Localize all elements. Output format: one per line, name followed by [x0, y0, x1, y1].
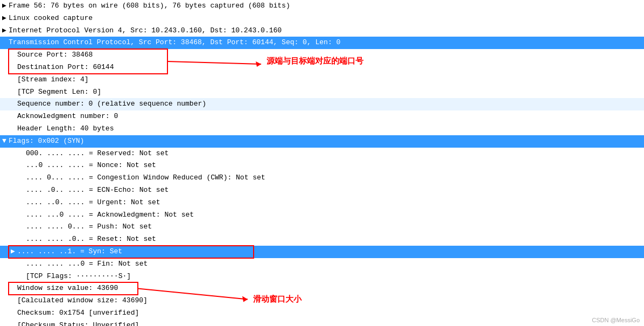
row-text-24: [Calculated window size: 43690]	[17, 296, 148, 304]
tree-row-20[interactable]: ▶ .... .... ..1. = Syn: Set	[0, 246, 644, 258]
expander-2[interactable]: ▶	[2, 25, 9, 37]
tree-row-22: [TCP Flags: ··········S·]	[0, 270, 644, 283]
tree-row-18: .... .... 0... = Push: Not set	[0, 221, 644, 233]
row-text-21: .... .... ...0 = Fin: Not set	[26, 260, 148, 268]
tree-row-6: [Stream index: 4]	[0, 74, 644, 86]
row-text-2: Internet Protocol Version 4, Src: 10.243…	[9, 26, 282, 34]
tree-row-21: .... .... ...0 = Fin: Not set	[0, 258, 644, 270]
tree-row-24: [Calculated window size: 43690]	[0, 295, 644, 307]
expander-0[interactable]: ▶	[2, 1, 9, 12]
row-text-25: Checksum: 0x1754 [unverified]	[17, 309, 139, 317]
tree-row-19: .... .... .0.. = Reset: Not set	[0, 233, 644, 246]
tree-row-9: Acknowledgment number: 0	[0, 110, 644, 123]
row-text-1: Linux cooked capture	[9, 14, 93, 22]
tree-row-16: .... ..0. .... = Urgent: Not set	[0, 197, 644, 209]
tree-row-1[interactable]: ▶ Linux cooked capture	[0, 12, 644, 25]
row-text-16: .... ..0. .... = Urgent: Not set	[26, 198, 160, 206]
row-text-3: Transmission Control Protocol, Src Port:…	[9, 38, 340, 46]
tree-row-10: Header Length: 40 bytes	[0, 123, 644, 135]
row-text-19: .... .... .0.. = Reset: Not set	[26, 235, 156, 243]
tree-row-15: .... .0.. .... = ECN-Echo: Not set	[0, 184, 644, 197]
expander-11[interactable]: ▼	[2, 136, 9, 147]
tree-row-7: [TCP Segment Len: 0]	[0, 86, 644, 99]
row-text-11: Flags: 0x002 (SYN)	[9, 137, 84, 145]
row-text-6: [Stream index: 4]	[17, 75, 89, 84]
row-text-0: Frame 56: 76 bytes on wire (608 bits), 7…	[9, 2, 290, 10]
expander-1[interactable]: ▶	[2, 13, 9, 24]
tree-row-14: .... 0... .... = Congestion Window Reduc…	[0, 172, 644, 184]
row-text-17: .... ...0 .... = Acknowledgment: Not set	[26, 211, 194, 219]
row-text-15: .... .0.. .... = ECN-Echo: Not set	[26, 186, 169, 194]
tree-row-12: 000. .... .... = Reserved: Not set	[0, 148, 644, 160]
tree-row-2[interactable]: ▶ Internet Protocol Version 4, Src: 10.2…	[0, 25, 644, 37]
tree-row-3: Transmission Control Protocol, Src Port:…	[0, 37, 644, 49]
row-text-9: Acknowledgment number: 0	[17, 112, 118, 120]
tree-row-0[interactable]: ▶ Frame 56: 76 bytes on wire (608 bits),…	[0, 0, 644, 12]
row-text-4: Source Port: 38468	[17, 51, 93, 59]
tree-row-8: Sequence number: 0 (relative sequence nu…	[0, 98, 644, 110]
tree-row-5: Destination Port: 60144	[0, 61, 644, 74]
row-text-23: Window size value: 43690	[17, 284, 118, 292]
row-text-7: [TCP Segment Len: 0]	[17, 88, 101, 96]
tree-row-11[interactable]: ▼ Flags: 0x002 (SYN)	[0, 135, 644, 148]
tree-row-13: ...0 .... .... = Nonce: Not set	[0, 159, 644, 172]
tree-row-23: Window size value: 43690	[0, 282, 644, 295]
row-text-14: .... 0... .... = Congestion Window Reduc…	[26, 174, 265, 182]
row-text-18: .... .... 0... = Push: Not set	[26, 223, 152, 231]
row-text-8: Sequence number: 0 (relative sequence nu…	[17, 100, 206, 108]
row-text-26: [Checksum Status: Unverified]	[17, 321, 139, 326]
tree-row-17: .... ...0 .... = Acknowledgment: Not set	[0, 209, 644, 221]
tree-row-26: [Checksum Status: Unverified]	[0, 320, 644, 326]
row-text-20: .... .... ..1. = Syn: Set	[17, 247, 122, 255]
tree-row-4: Source Port: 38468	[0, 49, 644, 61]
row-text-22: [TCP Flags: ··········S·]	[26, 272, 131, 280]
watermark: CSDN @MessiGo	[592, 317, 640, 323]
row-text-12: 000. .... .... = Reserved: Not set	[26, 149, 169, 157]
row-text-13: ...0 .... .... = Nonce: Not set	[26, 161, 156, 169]
row-text-5: Destination Port: 60144	[17, 63, 114, 71]
tree-row-25: Checksum: 0x1754 [unverified]	[0, 307, 644, 320]
row-text-10: Header Length: 40 bytes	[17, 124, 114, 133]
expander-20[interactable]: ▶	[11, 246, 17, 258]
